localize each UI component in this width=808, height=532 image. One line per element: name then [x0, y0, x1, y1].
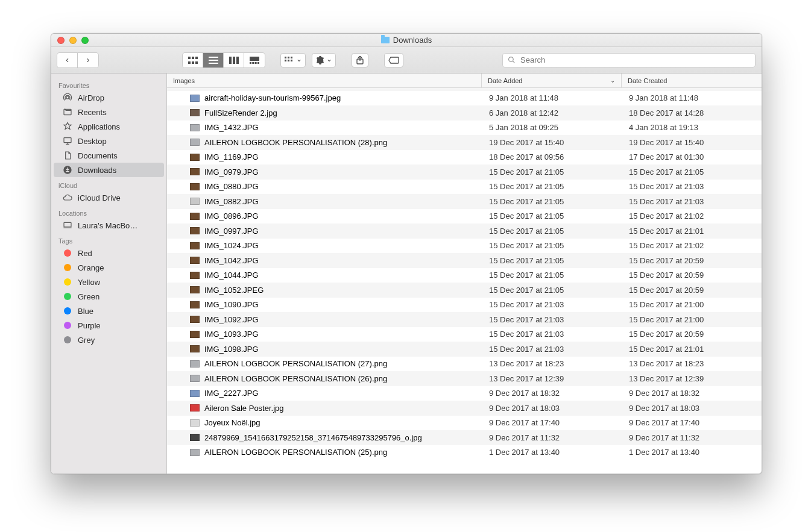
svg-rect-0 — [188, 57, 191, 59]
window-title: Downloads — [51, 36, 762, 45]
svg-point-24 — [509, 57, 514, 62]
file-row[interactable]: IMG_1092.JPG15 Dec 2017 at 21:0315 Dec 2… — [167, 312, 762, 327]
share-button[interactable] — [352, 53, 368, 67]
file-row[interactable]: IMG_1098.JPG15 Dec 2017 at 21:0315 Dec 2… — [167, 342, 762, 357]
sidebar-item[interactable]: Documents — [54, 148, 164, 163]
svg-rect-17 — [285, 57, 286, 58]
back-button[interactable] — [57, 53, 78, 67]
file-row[interactable]: IMG_0880.JPG15 Dec 2017 at 21:0515 Dec 2… — [167, 180, 762, 195]
sidebar-item[interactable]: Purple — [54, 318, 164, 333]
file-thumbnail-icon — [190, 198, 200, 205]
file-name-cell: IMG_0979.JPG — [167, 167, 482, 177]
file-date-created: 15 Dec 2017 at 21:00 — [622, 315, 762, 324]
forward-button[interactable] — [78, 53, 98, 67]
sidebar-item[interactable]: Grey — [54, 333, 164, 347]
file-row[interactable]: aircraft-holiday-sun-tourism-99567.jpeg9… — [167, 91, 762, 106]
file-row[interactable]: AILERON LOGBOOK PERSONALISATION (26).png… — [167, 371, 762, 386]
sort-indicator-icon: ⌄ — [610, 77, 615, 84]
file-name-cell: IMG_1432.JPG — [167, 123, 482, 132]
sidebar-item[interactable]: Blue — [54, 304, 164, 318]
file-thumbnail-icon — [190, 168, 200, 175]
file-row[interactable]: 24879969_1541663179252158_37146754897332… — [167, 430, 762, 445]
column-view-button[interactable] — [224, 53, 244, 67]
search-input[interactable] — [519, 55, 750, 65]
file-row[interactable]: IMG_1024.JPG15 Dec 2017 at 21:0515 Dec 2… — [167, 239, 762, 254]
sidebar-item-label: AirDrop — [78, 93, 104, 102]
icon-view-button[interactable] — [183, 53, 203, 67]
file-name-cell: aircraft-holiday-sun-tourism-99567.jpeg — [167, 93, 482, 102]
sidebar-item[interactable]: Red — [54, 246, 164, 260]
file-name-cell: IMG_1092.JPG — [167, 315, 482, 324]
sidebar-item[interactable]: AirDrop — [54, 90, 164, 105]
sidebar-item[interactable]: Desktop — [54, 134, 164, 148]
file-row[interactable]: AILERON LOGBOOK PERSONALISATION (27).png… — [167, 357, 762, 372]
file-name-cell: IMG_0880.JPG — [167, 182, 482, 191]
file-name: IMG_0997.JPG — [204, 227, 259, 236]
file-name: IMG_1098.JPG — [204, 345, 259, 354]
file-row[interactable]: Joyeux Noël.jpg9 Dec 2017 at 17:409 Dec … — [167, 416, 762, 431]
file-date-added: 9 Jan 2018 at 11:48 — [482, 93, 622, 102]
column-added[interactable]: Date Added ⌄ — [482, 74, 622, 87]
file-row[interactable]: IMG_0979.JPG15 Dec 2017 at 21:0515 Dec 2… — [167, 164, 762, 180]
gallery-view-button[interactable] — [244, 53, 265, 67]
file-row[interactable]: IMG_1044.JPG15 Dec 2017 at 21:0515 Dec 2… — [167, 268, 762, 283]
file-row[interactable]: FullSizeRender 2.jpg6 Jan 2018 at 12:421… — [167, 105, 762, 120]
file-date-added: 15 Dec 2017 at 21:03 — [482, 330, 622, 339]
svg-rect-27 — [64, 138, 71, 143]
file-date-created: 17 Dec 2017 at 01:30 — [622, 152, 762, 161]
svg-rect-2 — [195, 57, 198, 59]
file-name-cell: IMG_1090.JPG — [167, 300, 482, 309]
file-row[interactable]: AILERON LOGBOOK PERSONALISATION (25).png… — [167, 445, 762, 460]
sidebar-item-label: Applications — [78, 122, 120, 131]
file-row[interactable]: IMG_2227.JPG9 Dec 2017 at 18:329 Dec 201… — [167, 386, 762, 401]
group-by-button[interactable] — [280, 53, 306, 67]
file-date-created: 1 Dec 2017 at 13:40 — [622, 448, 762, 457]
file-date-added: 15 Dec 2017 at 21:05 — [482, 197, 622, 206]
tags-button[interactable] — [384, 53, 403, 67]
sidebar-item[interactable]: iCloud Drive — [54, 190, 164, 205]
file-row[interactable]: IMG_0882.JPG15 Dec 2017 at 21:0515 Dec 2… — [167, 194, 762, 209]
close-button[interactable] — [57, 37, 65, 44]
sidebar-section-header: Favourites — [51, 77, 166, 90]
file-date-added: 19 Dec 2017 at 15:40 — [482, 138, 622, 147]
file-date-created: 15 Dec 2017 at 21:03 — [622, 182, 762, 191]
file-row[interactable]: IMG_1169.JPG18 Dec 2017 at 09:5617 Dec 2… — [167, 150, 762, 165]
sidebar-item[interactable]: Applications — [54, 119, 164, 134]
file-row[interactable]: AILERON LOGBOOK PERSONALISATION (28).png… — [167, 135, 762, 150]
file-row[interactable]: IMG_0896.JPG15 Dec 2017 at 21:0515 Dec 2… — [167, 209, 762, 224]
file-row[interactable]: Aileron Sale Poster.jpg9 Dec 2017 at 18:… — [167, 401, 762, 416]
sidebar-section-header: Locations — [51, 205, 166, 218]
column-name[interactable]: Images — [167, 74, 482, 87]
file-thumbnail-icon — [190, 272, 200, 279]
file-row[interactable]: IMG_1090.JPG15 Dec 2017 at 21:0315 Dec 2… — [167, 298, 762, 313]
action-menu-button[interactable] — [312, 53, 336, 67]
device-icon — [62, 221, 73, 230]
file-date-added: 6 Jan 2018 at 12:42 — [482, 108, 622, 117]
file-name-cell: Joyeux Noël.jpg — [167, 418, 482, 427]
file-name: aircraft-holiday-sun-tourism-99567.jpeg — [204, 93, 341, 102]
sidebar-item[interactable]: Downloads — [54, 163, 164, 177]
column-headers: Images Date Added ⌄ Date Created — [167, 74, 762, 88]
sidebar-item[interactable]: Recents — [54, 105, 164, 119]
file-date-added: 15 Dec 2017 at 21:05 — [482, 286, 622, 295]
list-view-button[interactable] — [203, 53, 224, 67]
search-field[interactable] — [502, 53, 756, 67]
sidebar-section-header: Tags — [51, 233, 166, 246]
sidebar-item[interactable]: Laura's MacBo… — [54, 218, 164, 233]
sidebar-item[interactable]: Green — [54, 289, 164, 304]
file-row[interactable]: IMG_1432.JPG5 Jan 2018 at 09:254 Jan 201… — [167, 120, 762, 136]
file-name-cell: IMG_1052.JPEG — [167, 286, 482, 295]
file-date-added: 15 Dec 2017 at 21:05 — [482, 182, 622, 191]
sidebar-item[interactable]: Yellow — [54, 275, 164, 289]
file-row[interactable]: IMG_1042.JPG15 Dec 2017 at 21:0515 Dec 2… — [167, 253, 762, 268]
search-icon — [508, 56, 516, 64]
file-date-created: 15 Dec 2017 at 21:01 — [622, 227, 762, 236]
file-thumbnail-icon — [190, 419, 200, 427]
file-row[interactable]: IMG_1093.JPG15 Dec 2017 at 21:0315 Dec 2… — [167, 327, 762, 342]
file-row[interactable]: IMG_0997.JPG15 Dec 2017 at 21:0515 Dec 2… — [167, 224, 762, 239]
file-row[interactable]: IMG_1052.JPEG15 Dec 2017 at 21:0515 Dec … — [167, 283, 762, 298]
sidebar-item[interactable]: Orange — [54, 260, 164, 275]
zoom-button[interactable] — [81, 37, 89, 44]
column-created[interactable]: Date Created — [622, 74, 762, 87]
minimize-button[interactable] — [69, 37, 77, 44]
